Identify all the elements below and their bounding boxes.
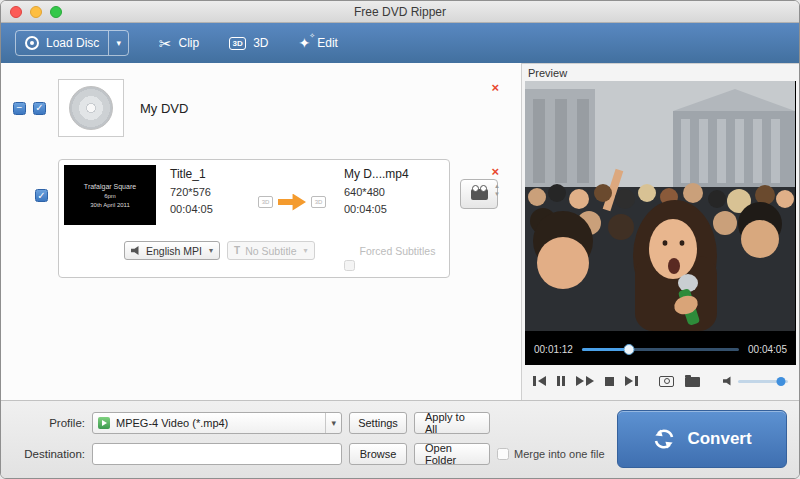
minus-icon: −: [17, 103, 23, 113]
output-duration: 00:04:05: [344, 201, 430, 218]
profile-value: MPEG-4 Video (*.mp4): [116, 417, 319, 429]
footer-bar: Profile: MPEG-4 Video (*.mp4) ▾ Settings…: [1, 400, 799, 478]
title-checkbox[interactable]: ✓: [35, 189, 48, 202]
scissors-icon: ✂: [159, 36, 172, 51]
preview-pane: Preview: [521, 63, 799, 402]
dvd-checkbox[interactable]: ✓: [33, 102, 46, 115]
profile-format-icon: [98, 417, 110, 429]
next-button[interactable]: [625, 376, 638, 386]
title-thumbnail: Trafalgar Square 6pm 30th April 2011: [64, 165, 156, 225]
thumb-caption-2: 6pm: [104, 193, 116, 199]
minimize-window-button[interactable]: [30, 6, 42, 18]
subtitle-select[interactable]: T No Subtitle ▾: [227, 241, 315, 260]
volume-thumb[interactable]: [777, 377, 786, 386]
source-resolution: 720*576: [170, 184, 256, 201]
dvd-list-pane: − ✓ My DVD × ✓ Trafalgar Square 6pm 30th: [1, 63, 521, 402]
convert-button[interactable]: Convert: [617, 410, 787, 468]
camera-icon: [659, 376, 674, 387]
chevron-down-icon: ▾: [116, 38, 121, 48]
previous-button[interactable]: [533, 376, 546, 386]
convert-label: Convert: [687, 429, 751, 449]
source-title: Title_1: [170, 165, 256, 184]
convert-sync-icon: [652, 427, 676, 451]
threed-label: 3D: [253, 36, 268, 50]
clip-label: Clip: [178, 36, 199, 50]
folder-icon: [685, 377, 700, 387]
remove-dvd-button[interactable]: ×: [491, 81, 499, 94]
apply-to-all-button[interactable]: Apply to All: [414, 412, 490, 434]
threed-button[interactable]: 3D 3D: [229, 36, 268, 50]
seek-fill: [582, 348, 629, 351]
content-area: − ✓ My DVD × ✓ Trafalgar Square 6pm 30th: [1, 63, 799, 402]
title-card: Trafalgar Square 6pm 30th April 2011 Tit…: [58, 159, 450, 278]
load-disc-button[interactable]: Load Disc: [16, 31, 108, 55]
snapshot-button[interactable]: [659, 376, 674, 387]
stop-button[interactable]: [605, 377, 614, 386]
profile-label: Profile:: [19, 417, 85, 429]
dvd-row: − ✓ My DVD ×: [13, 77, 505, 139]
audio-track-select[interactable]: English MPI ▾: [124, 241, 220, 260]
preview-video-frame: [525, 81, 795, 331]
forced-subtitles-label: Forced Subtitles: [360, 245, 436, 257]
merge-checkbox[interactable]: [497, 448, 509, 460]
thumb-caption-3: 30th April 2011: [90, 202, 130, 208]
skip-back-icon: [538, 376, 546, 386]
pause-icon: [557, 376, 560, 386]
audio-track-value: English MPI: [146, 245, 202, 257]
snapshot-folder-button[interactable]: [685, 375, 700, 387]
chevron-down-icon: ▾: [325, 413, 336, 433]
load-disc-label: Load Disc: [46, 36, 99, 50]
seek-thumb[interactable]: [624, 344, 635, 355]
source-duration: 00:04:05: [170, 201, 256, 218]
browse-button[interactable]: Browse: [349, 443, 407, 465]
seek-slider[interactable]: [582, 348, 739, 351]
check-icon: ✓: [37, 191, 45, 201]
skip-forward-icon: [635, 376, 638, 386]
window-title: Free DVD Ripper: [354, 5, 446, 19]
thumb-caption-1: Trafalgar Square: [84, 183, 136, 190]
source-2d3d-icon: 3D: [258, 196, 273, 208]
output-resolution: 640*480: [344, 184, 430, 201]
camcorder-icon: [471, 189, 488, 200]
subtitle-value: No Subtitle: [245, 245, 296, 257]
edit-button[interactable]: ✦✧ Edit: [299, 36, 338, 50]
fast-forward-icon: [576, 376, 584, 386]
pause-button[interactable]: [557, 376, 565, 386]
title-settings-button[interactable]: [460, 179, 498, 209]
threed-icon: 3D: [229, 37, 246, 50]
fast-forward-button[interactable]: [576, 376, 594, 386]
close-window-button[interactable]: [10, 6, 22, 18]
clip-button[interactable]: ✂ Clip: [159, 36, 199, 51]
reorder-controls: ▲ ▼: [494, 183, 500, 197]
merge-option: Merge into one file: [497, 448, 605, 460]
move-up-button[interactable]: ▲: [494, 183, 500, 189]
collapse-toggle[interactable]: −: [13, 102, 26, 115]
main-toolbar: Load Disc ▾ ✂ Clip 3D 3D ✦✧ Edit: [1, 23, 799, 63]
merge-label: Merge into one file: [514, 448, 605, 460]
target-2d3d-icon: 3D: [311, 196, 326, 208]
title-bar: Free DVD Ripper: [1, 1, 799, 23]
destination-input[interactable]: [92, 443, 342, 465]
forced-subtitles-checkbox[interactable]: [344, 260, 355, 271]
load-disc-dropdown[interactable]: ▾: [108, 31, 128, 55]
zoom-window-button[interactable]: [50, 6, 62, 18]
disc-icon: [25, 36, 39, 50]
edit-sparkle-icon: ✦✧: [299, 36, 311, 50]
load-disc-split-button: Load Disc ▾: [15, 30, 129, 56]
move-down-button[interactable]: ▼: [494, 191, 500, 197]
chevron-down-icon: ▾: [304, 246, 308, 255]
remove-title-button[interactable]: ×: [491, 165, 499, 178]
forced-subtitles-option: Forced Subtitles: [322, 230, 436, 271]
profile-select[interactable]: MPEG-4 Video (*.mp4) ▾: [92, 412, 342, 434]
conversion-indicator: 3D 3D: [258, 179, 326, 225]
open-folder-button[interactable]: Open Folder: [414, 443, 490, 465]
traffic-lights: [10, 6, 62, 18]
settings-button[interactable]: Settings: [349, 412, 407, 434]
volume-control: [723, 376, 788, 386]
volume-slider[interactable]: [738, 380, 788, 383]
destination-label: Destination:: [19, 448, 85, 460]
output-name: My D....mp4: [344, 165, 430, 184]
volume-icon: [723, 376, 733, 386]
edit-label: Edit: [317, 36, 338, 50]
output-info: My D....mp4 640*480 00:04:05: [344, 165, 430, 225]
